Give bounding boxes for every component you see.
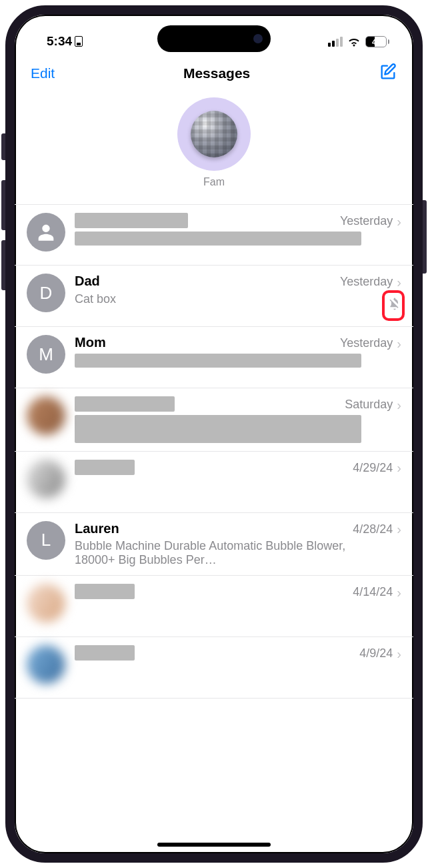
conversation-row[interactable]: Redacted4/14/24›: [15, 576, 413, 637]
avatar: [27, 213, 65, 252]
avatar: D: [27, 274, 65, 312]
conversation-name: Lauren: [75, 521, 119, 536]
pinned-avatar: [177, 97, 251, 171]
chevron-right-icon: ›: [397, 336, 401, 352]
pinned-area: Fam: [15, 91, 413, 204]
muted-bell-icon: [388, 298, 401, 314]
timestamp: Yesterday: [340, 214, 393, 228]
conversation-row[interactable]: Redacted NameSaturday›Redacted message p…: [15, 388, 413, 452]
message-preview: Cat box: [75, 292, 361, 306]
battery-icon: 42: [365, 36, 389, 47]
conversation-name: Redacted: [75, 645, 135, 661]
pinned-name: Fam: [203, 176, 225, 188]
status-time: 5:34: [47, 34, 72, 49]
pinned-conversation-fam[interactable]: Fam: [177, 97, 251, 188]
chevron-right-icon: ›: [397, 584, 401, 600]
edit-button[interactable]: Edit: [31, 65, 55, 81]
chevron-right-icon: ›: [397, 397, 401, 413]
avatar: [27, 645, 65, 684]
avatar: L: [27, 521, 65, 560]
disco-ball-icon: [191, 111, 237, 157]
notch: [157, 25, 271, 52]
conversation-row[interactable]: MMomYesterday›Redacted message preview c…: [15, 327, 413, 388]
conversation-list: Redacted ContactYesterday›Redacted messa…: [15, 204, 413, 699]
sim-icon: [75, 36, 83, 47]
timestamp: 4/9/24: [359, 646, 393, 661]
chevron-right-icon: ›: [397, 460, 401, 476]
page-title: Messages: [183, 65, 250, 81]
timestamp: 4/29/24: [353, 461, 393, 475]
chevron-right-icon: ›: [397, 646, 401, 662]
timestamp: 4/14/24: [353, 585, 393, 599]
conversation-name: Redacted Contact: [75, 213, 188, 228]
message-preview: Redacted message preview content: [75, 354, 361, 368]
cellular-signal-icon: [328, 37, 343, 47]
home-indicator[interactable]: [157, 843, 271, 847]
timestamp: Yesterday: [340, 275, 393, 289]
conversation-row[interactable]: LLauren4/28/24›Bubble Machine Durable Au…: [15, 513, 413, 576]
conversation-row[interactable]: Redacted4/9/24›: [15, 637, 413, 699]
chevron-right-icon: ›: [397, 521, 401, 537]
conversation-row[interactable]: Redacted ContactYesterday›Redacted messa…: [15, 204, 413, 266]
chevron-right-icon: ›: [397, 274, 401, 290]
avatar: M: [27, 335, 65, 374]
avatar: [27, 584, 65, 622]
conversation-name: Mom: [75, 335, 106, 350]
conversation-name: Redacted Name: [75, 396, 175, 412]
avatar: [27, 396, 65, 435]
timestamp: Saturday: [345, 398, 393, 412]
message-preview: Redacted message preview text content: [75, 232, 361, 246]
conversation-row[interactable]: DDadYesterday›Cat box: [15, 266, 413, 327]
timestamp: Yesterday: [340, 336, 393, 350]
conversation-row[interactable]: Redacted4/29/24›: [15, 452, 413, 513]
wifi-icon: [347, 36, 361, 47]
message-preview: Redacted message preview content spannin…: [75, 415, 361, 443]
compose-button[interactable]: [379, 63, 397, 84]
conversation-name: Dad: [75, 274, 100, 289]
timestamp: 4/28/24: [353, 522, 393, 536]
chevron-right-icon: ›: [397, 213, 401, 230]
conversation-name: Redacted: [75, 584, 135, 599]
phone-screen: 5:34 42 Edit Messages: [5, 5, 423, 863]
conversation-name: Redacted: [75, 460, 135, 475]
message-preview: Bubble Machine Durable Automatic Bubble …: [75, 539, 361, 567]
avatar: [27, 460, 65, 498]
